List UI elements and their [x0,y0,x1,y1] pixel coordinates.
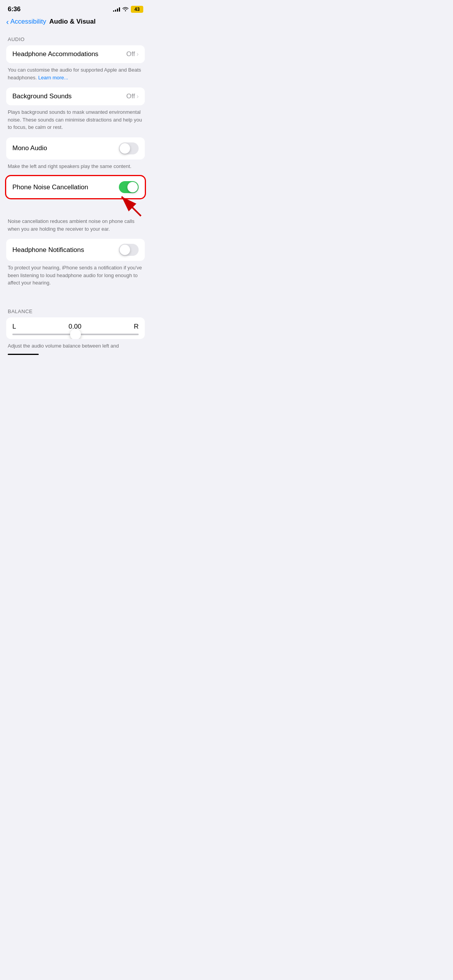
headphone-notifications-toggle[interactable] [119,244,139,256]
background-sounds-value: Off › [126,93,139,100]
wifi-icon [122,6,129,12]
mono-audio-card: Mono Audio [6,137,145,159]
phone-noise-cancellation-row: Phone Noise Cancellation [6,176,145,198]
balance-section: BALANCE L 0.00 R [6,302,145,339]
signal-icon [113,7,120,12]
headphone-accommodations-label: Headphone Accommodations [12,50,98,58]
headphone-notifications-card: Headphone Notifications [6,239,145,261]
back-label: Accessibility [10,18,46,26]
background-sounds-label: Background Sounds [12,93,72,100]
headphone-accommodations-card: Headphone Accommodations Off › [6,45,145,63]
background-sounds-row[interactable]: Background Sounds Off › [6,87,145,105]
headphone-notifications-footer: To protect your hearing, iPhone sends a … [6,261,145,293]
toggle-knob [120,245,130,255]
status-bar: 6:36 43 [0,0,151,15]
headphone-accommodations-value: Off › [126,50,139,58]
mono-audio-toggle[interactable] [119,142,139,154]
phone-noise-cancellation-toggle[interactable] [119,181,139,193]
headphone-notifications-label: Headphone Notifications [12,246,84,254]
headphone-accommodations-row[interactable]: Headphone Accommodations Off › [6,45,145,63]
phone-noise-cancellation-footer: Noise cancellation reduces ambient noise… [6,198,145,239]
chevron-right-icon: › [137,93,139,100]
mono-audio-row: Mono Audio [6,137,145,159]
background-sounds-footer: Plays background sounds to mask unwanted… [6,105,145,137]
background-sounds-card: Background Sounds Off › [6,87,145,105]
balance-section-header: BALANCE [6,302,145,317]
mono-audio-label: Mono Audio [12,144,47,152]
mono-audio-footer: Make the left and right speakers play th… [6,159,145,176]
balance-slider-track[interactable] [12,334,139,335]
page-title: Audio & Visual [49,18,96,26]
phone-noise-cancellation-card: Phone Noise Cancellation [6,176,145,198]
balance-left-label: L [12,323,16,331]
toggle-knob [127,182,138,192]
chevron-right-icon: › [137,51,139,58]
balance-footer: Adjust the audio volume balance between … [6,339,145,363]
balance-right-label: R [134,323,139,331]
toggle-knob [120,143,130,154]
headphone-accommodations-footer: You can customise the audio for supporte… [6,63,145,87]
headphone-notifications-row: Headphone Notifications [6,239,145,261]
audio-section-header: AUDIO [6,30,145,45]
phone-noise-cancellation-label: Phone Noise Cancellation [12,183,88,191]
back-button[interactable]: ‹ Accessibility [6,18,46,26]
status-icons: 43 [113,6,143,13]
status-time: 6:36 [8,5,21,13]
nav-bar: ‹ Accessibility Audio & Visual [0,15,151,30]
content: AUDIO Headphone Accommodations Off › You… [0,30,151,363]
slider-thumb[interactable] [70,329,81,339]
battery-indicator: 43 [131,6,143,13]
back-chevron-icon: ‹ [6,18,9,26]
learn-more-link[interactable]: Learn more... [38,75,68,81]
balance-card: L 0.00 R [6,317,145,339]
phone-noise-cancellation-wrapper: Phone Noise Cancellation [6,176,145,198]
